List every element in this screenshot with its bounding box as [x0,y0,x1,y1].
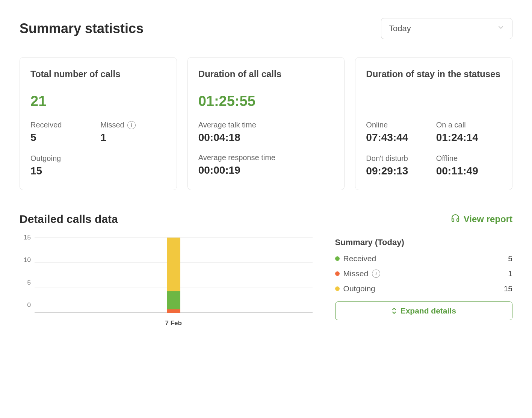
dnd-value: 09:29:13 [366,165,431,177]
online-value: 07:43:44 [366,132,431,144]
offline-label: Offline [436,154,502,163]
legend-row-received: Received 5 [335,254,512,263]
dot-icon [335,286,340,291]
chart-plot-area [35,238,313,313]
period-select-value: Today [389,24,411,33]
on-call-label: On a call [436,121,502,129]
outgoing-value: 15 [30,165,96,177]
period-select[interactable]: Today [381,18,512,39]
legend-label: Received [343,254,376,263]
avg-resp-value: 00:00:19 [198,164,334,176]
offline-value: 00:11:49 [436,165,502,177]
card-duration-calls: Duration of all calls 01:25:55 Average t… [187,57,345,190]
page-title: Summary statistics [20,21,144,36]
total-calls-value: 21 [30,93,166,109]
legend-value: 5 [508,254,512,263]
expand-icon [391,308,397,314]
legend-value: 1 [508,269,512,278]
legend-row-outgoing: Outgoing 15 [335,284,512,293]
view-report-label: View report [464,214,512,224]
card-title: Total number of calls [30,68,166,80]
avg-talk-value: 00:04:18 [198,132,334,144]
received-label: Received [30,121,96,129]
info-icon[interactable]: i [372,270,380,278]
section-title-detailed: Detailed calls data [20,213,118,226]
calls-bar-chart: 151050 7 Feb [20,238,313,327]
legend-label: Missed [343,269,369,278]
card-title: Duration of all calls [198,68,334,80]
chart-x-label: 7 Feb [35,320,313,327]
duration-total-value: 01:25:55 [198,93,334,109]
avg-resp-label: Average response time [198,153,334,162]
missed-value: 1 [100,132,166,144]
dot-icon [335,256,340,261]
outgoing-label: Outgoing [30,154,96,163]
avg-talk-label: Average talk time [198,121,334,129]
card-status-duration: Duration of stay in the statuses Online … [355,57,512,190]
chevron-down-icon [497,24,505,33]
view-report-link[interactable]: View report [451,214,512,225]
summary-legend-panel: Summary (Today) Received 5 Missed i 1 Ou… [335,238,512,320]
card-title: Duration of stay in the statuses [366,68,502,80]
headset-icon [451,214,460,225]
on-call-value: 01:24:14 [436,132,502,144]
bar-segment [167,291,180,309]
legend-row-missed: Missed i 1 [335,269,512,278]
received-value: 5 [30,132,96,144]
legend-label: Outgoing [343,284,375,293]
expand-details-label: Expand details [401,306,456,315]
expand-details-button[interactable]: Expand details [335,301,512,320]
info-icon[interactable]: i [127,121,136,129]
online-label: Online [366,121,431,129]
bar-segment [167,309,180,313]
legend-title: Summary (Today) [335,238,512,247]
chart-y-axis: 151050 [20,238,31,313]
bar-segment [167,238,180,291]
card-total-calls: Total number of calls 21 Received 5 Miss… [20,57,177,190]
dnd-label: Don't disturb [366,154,431,163]
dot-icon [335,271,340,276]
missed-label: Missed [100,121,124,129]
legend-value: 15 [504,284,512,293]
